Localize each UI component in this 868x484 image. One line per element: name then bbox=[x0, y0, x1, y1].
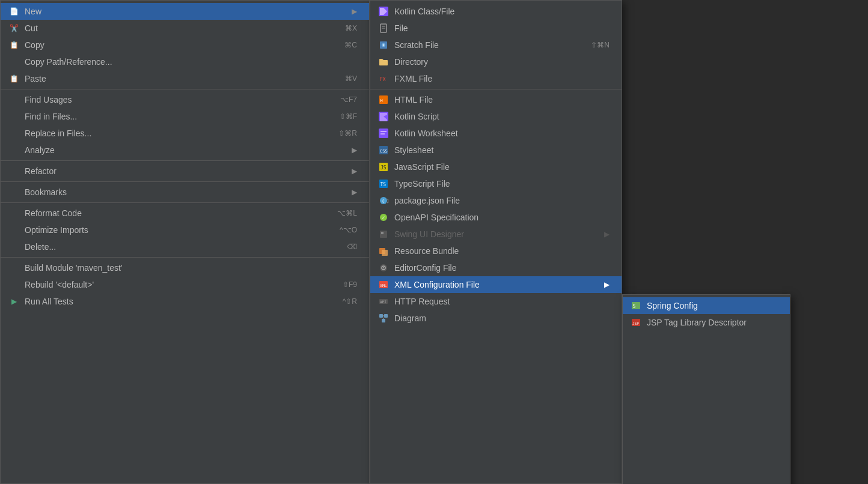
menu-item-bookmarks-label: Bookmarks bbox=[25, 187, 347, 197]
new-submenu: Kotlin Class/File File Scratch File bbox=[370, 0, 622, 484]
reformat-icon bbox=[8, 207, 20, 219]
submenu-item-stylesheet[interactable]: CSS Stylesheet bbox=[370, 142, 622, 159]
submenu-item-editor-config[interactable]: EditorConfig File bbox=[370, 259, 622, 276]
paste-icon: 📋 bbox=[8, 73, 20, 85]
svg-rect-38 bbox=[382, 319, 385, 322]
menu-item-find-usages[interactable]: Find Usages ⌥F7 bbox=[1, 91, 369, 108]
spring-config-icon: S bbox=[630, 300, 642, 312]
submenu3-item-jsp-tag[interactable]: JSP JSP Tag Library Descriptor bbox=[623, 314, 790, 331]
find-files-icon bbox=[8, 110, 20, 123]
submenu-item-xml-config-label: XML Configuration File bbox=[394, 280, 599, 289]
menu-item-analyze[interactable]: Analyze ▶ bbox=[1, 142, 369, 159]
menu-item-delete[interactable]: Delete... ⌫ bbox=[1, 238, 369, 255]
jsp-tag-icon: JSP bbox=[630, 316, 642, 328]
submenu-item-http[interactable]: API HTTP Request bbox=[370, 293, 622, 310]
svg-text:JS: JS bbox=[381, 165, 387, 171]
copy-path-icon bbox=[8, 56, 20, 68]
menu-item-cut[interactable]: ✂️ Cut ⌘X bbox=[1, 20, 369, 37]
scratch-icon bbox=[377, 39, 390, 51]
replace-icon bbox=[8, 127, 20, 139]
submenu-item-html[interactable]: H HTML File bbox=[370, 91, 622, 108]
stylesheet-icon: CSS bbox=[377, 144, 390, 156]
svg-rect-14 bbox=[381, 133, 385, 135]
optimize-shortcut: ^⌥O bbox=[340, 226, 357, 234]
submenu-item-resource[interactable]: Resource Bundle bbox=[370, 243, 622, 259]
submenu3-item-jsp-tag-label: JSP Tag Library Descriptor bbox=[647, 318, 747, 327]
menu-item-optimize-label: Optimize Imports bbox=[25, 225, 340, 235]
svg-point-31 bbox=[383, 267, 384, 268]
submenu-item-openapi[interactable]: ✓ OpenAPI Specification bbox=[370, 209, 622, 226]
submenu-item-kotlin-class[interactable]: Kotlin Class/File bbox=[370, 3, 622, 20]
submenu-item-kt-script[interactable]: Kotlin Script bbox=[370, 108, 622, 125]
menu-item-rebuild[interactable]: Rebuild '<default>' ⇧F9 bbox=[1, 276, 369, 293]
svg-rect-37 bbox=[384, 314, 388, 318]
ts-icon: TS bbox=[377, 178, 390, 190]
submenu-item-swing[interactable]: Swing UI Designer ▶ bbox=[370, 226, 622, 243]
delete-shortcut: ⌫ bbox=[347, 243, 357, 251]
submenu-item-http-label: HTTP Request bbox=[394, 297, 610, 306]
submenu-item-kt-script-label: Kotlin Script bbox=[394, 112, 610, 121]
swing-icon bbox=[377, 228, 390, 240]
submenu-item-kt-worksheet[interactable]: Kotlin Worksheet bbox=[370, 125, 622, 142]
paste-shortcut: ⌘V bbox=[345, 74, 357, 83]
submenu-item-fxml[interactable]: FX FXML File bbox=[370, 70, 622, 87]
xml-config-submenu: S Spring Config JSP JSP Tag Library Desc… bbox=[622, 294, 790, 484]
menu-item-new-label: New bbox=[25, 7, 347, 16]
submenu-item-directory[interactable]: Directory bbox=[370, 53, 622, 70]
submenu-item-stylesheet-label: Stylesheet bbox=[394, 145, 610, 155]
swing-arrow: ▶ bbox=[604, 230, 610, 238]
submenu-item-js-label: JavaScript File bbox=[394, 162, 610, 172]
menu-item-optimize[interactable]: Optimize Imports ^⌥O bbox=[1, 222, 369, 238]
menu-item-copy-label: Copy bbox=[25, 40, 344, 50]
menu-item-reformat[interactable]: Reformat Code ⌥⌘L bbox=[1, 205, 369, 222]
submenu-item-xml-config[interactable]: XML XML Configuration File ▶ bbox=[370, 276, 622, 293]
svg-point-6 bbox=[383, 44, 384, 46]
svg-text:TS: TS bbox=[381, 182, 387, 187]
separator-5 bbox=[1, 257, 369, 258]
copy-shortcut: ⌘C bbox=[344, 41, 357, 49]
copy-icon: 📋 bbox=[8, 39, 20, 51]
submenu-item-scratch-label: Scratch File bbox=[394, 40, 591, 50]
submenu-item-ts[interactable]: TS TypeScript File bbox=[370, 175, 622, 192]
svg-text:H: H bbox=[381, 98, 383, 103]
menu-item-copy-path[interactable]: Copy Path/Reference... bbox=[1, 53, 369, 70]
diagram-icon bbox=[377, 312, 390, 324]
svg-text:CSS: CSS bbox=[380, 149, 388, 154]
submenu-item-file[interactable]: File bbox=[370, 20, 622, 37]
menu-item-replace-label: Replace in Files... bbox=[25, 129, 338, 138]
submenu-item-kt-worksheet-label: Kotlin Worksheet bbox=[394, 129, 610, 138]
submenu-item-js[interactable]: JS JavaScript File bbox=[370, 159, 622, 175]
menu-item-refactor[interactable]: Refactor ▶ bbox=[1, 163, 369, 180]
submenu-item-pkg-json[interactable]: { } package.json File bbox=[370, 192, 622, 209]
separator-3 bbox=[1, 181, 369, 182]
menu-item-bookmarks[interactable]: Bookmarks ▶ bbox=[1, 184, 369, 201]
svg-text:S: S bbox=[633, 304, 636, 309]
menu-item-refactor-label: Refactor bbox=[25, 166, 347, 176]
submenu-item-scratch[interactable]: Scratch File ⇧⌘N bbox=[370, 37, 622, 53]
menu-item-replace[interactable]: Replace in Files... ⇧⌘R bbox=[1, 125, 369, 142]
submenu-item-editor-config-label: EditorConfig File bbox=[394, 263, 610, 273]
scratch-shortcut: ⇧⌘N bbox=[591, 41, 610, 49]
submenu3-item-spring-config[interactable]: S Spring Config bbox=[623, 297, 790, 314]
submenu-item-swing-label: Swing UI Designer bbox=[394, 229, 599, 239]
menu-item-paste[interactable]: 📋 Paste ⌘V bbox=[1, 70, 369, 87]
menu-item-find-files[interactable]: Find in Files... ⇧⌘F bbox=[1, 108, 369, 125]
menu-item-build-module[interactable]: Build Module 'maven_test' bbox=[1, 259, 369, 276]
menu-item-run-all[interactable]: ▶ Run All Tests ^⇧R bbox=[1, 293, 369, 310]
reformat-shortcut: ⌥⌘L bbox=[337, 209, 357, 217]
submenu-item-directory-label: Directory bbox=[394, 57, 610, 67]
svg-text:API: API bbox=[380, 300, 387, 304]
delete-icon bbox=[8, 241, 20, 253]
kt-worksheet-icon bbox=[377, 127, 390, 139]
menu-item-copy[interactable]: 📋 Copy ⌘C bbox=[1, 37, 369, 53]
menu-item-run-all-label: Run All Tests bbox=[25, 297, 343, 306]
analyze-icon bbox=[8, 144, 20, 156]
menu-item-delete-label: Delete... bbox=[25, 242, 347, 252]
submenu-item-html-label: HTML File bbox=[394, 95, 610, 104]
menu-item-new[interactable]: 📄 New ▶ bbox=[1, 3, 369, 20]
separator-2 bbox=[1, 160, 369, 161]
resource-bundle-icon bbox=[377, 245, 390, 257]
submenu3-item-spring-config-label: Spring Config bbox=[647, 301, 698, 310]
submenu-item-openapi-label: OpenAPI Specification bbox=[394, 213, 610, 222]
submenu-item-diagram[interactable]: Diagram bbox=[370, 310, 622, 327]
